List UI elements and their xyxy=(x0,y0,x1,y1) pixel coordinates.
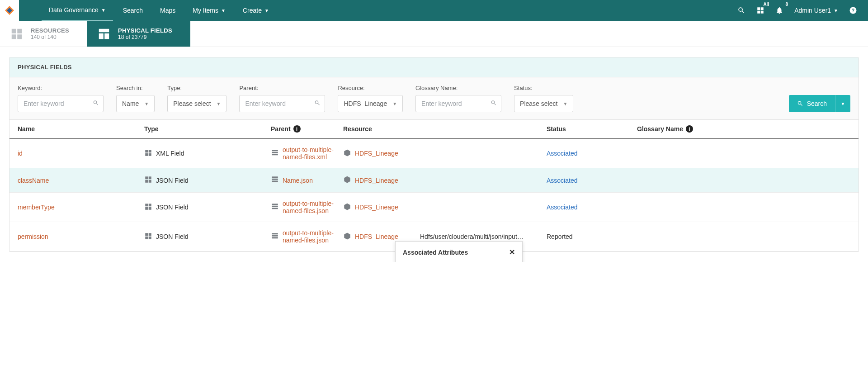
nav-search[interactable]: Search xyxy=(116,0,150,21)
keyword-input[interactable] xyxy=(18,95,104,112)
resources-icon xyxy=(9,26,24,42)
fields-icon xyxy=(96,26,112,42)
chevron-down-icon: ▼ xyxy=(221,8,226,13)
svg-rect-18 xyxy=(149,180,151,183)
parent-input[interactable] xyxy=(239,95,325,112)
svg-rect-17 xyxy=(145,180,148,183)
nav-create[interactable]: Create▼ xyxy=(236,0,276,21)
nav-maps[interactable]: Maps xyxy=(153,0,183,21)
tab-resources-title: RESOURCES xyxy=(31,27,69,34)
svg-rect-22 xyxy=(149,207,151,209)
svg-text:?: ? xyxy=(852,8,854,13)
col-status[interactable]: Status xyxy=(547,125,637,133)
row-resource[interactable]: HDFS_Lineage xyxy=(355,204,398,211)
tab-bar: RESOURCES 140 of 140 PHYSICAL FIELDS 18 … xyxy=(0,21,868,47)
col-glossary[interactable]: Glossary Namei xyxy=(637,125,850,133)
col-parent[interactable]: Parenti xyxy=(271,125,343,133)
user-menu[interactable]: Admin User1▼ xyxy=(794,7,838,14)
svg-rect-13 xyxy=(145,153,148,156)
row-type: JSON Field xyxy=(156,204,189,211)
row-parent[interactable]: output-to-multiple-named-files.xml xyxy=(283,146,343,161)
col-resource[interactable]: Resource xyxy=(343,125,420,133)
svg-rect-10 xyxy=(104,33,109,39)
row-parent[interactable]: output-to-multiple-named-files.json xyxy=(283,229,343,244)
parent-icon xyxy=(271,176,279,185)
panel-title: PHYSICAL FIELDS xyxy=(9,57,859,77)
bell-icon[interactable]: 8 xyxy=(775,6,783,14)
row-resource[interactable]: HDFS_Lineage xyxy=(355,150,398,157)
filter-row: Keyword: Search in: Name▼ Type: Please s… xyxy=(9,77,859,120)
tab-physical-fields[interactable]: PHYSICAL FIELDS 18 of 23779 xyxy=(87,21,190,47)
row-name[interactable]: className xyxy=(18,177,49,184)
svg-rect-25 xyxy=(145,236,148,239)
svg-rect-4 xyxy=(757,11,760,14)
parent-icon xyxy=(271,232,279,242)
row-name[interactable]: id xyxy=(18,150,23,157)
search-caret-button[interactable]: ▼ xyxy=(835,95,850,112)
resource-icon xyxy=(343,203,351,212)
status-select[interactable]: Please select▼ xyxy=(514,95,573,112)
row-type: JSON Field xyxy=(156,177,189,184)
search-icon xyxy=(314,100,321,108)
row-resource[interactable]: HDFS_Lineage xyxy=(355,177,398,184)
chevron-down-icon: ▼ xyxy=(392,101,397,106)
grid-icon[interactable]: All xyxy=(756,6,764,14)
row-parent[interactable]: Name.json xyxy=(283,177,313,184)
info-icon: i xyxy=(293,125,301,133)
badge-all: All xyxy=(763,2,769,7)
row-status[interactable]: Associated xyxy=(547,177,577,184)
tab-fields-sub: 18 of 23779 xyxy=(118,34,172,40)
resource-select[interactable]: HDFS_Lineage▼ xyxy=(338,95,403,112)
search-button[interactable]: Search xyxy=(789,95,835,112)
search-in-label: Search in: xyxy=(116,85,155,91)
chevron-down-icon: ▼ xyxy=(101,8,106,13)
row-status: Reported xyxy=(547,233,573,240)
row-name[interactable]: memberType xyxy=(18,204,55,211)
svg-rect-21 xyxy=(145,207,148,209)
keyword-label: Keyword: xyxy=(18,85,104,91)
type-icon xyxy=(144,176,152,185)
search-icon[interactable] xyxy=(737,6,745,14)
row-parent[interactable]: output-to-multiple-named-files.json xyxy=(283,200,343,214)
svg-rect-5 xyxy=(761,11,764,14)
glossary-label: Glossary Name: xyxy=(415,85,501,91)
svg-rect-2 xyxy=(757,7,760,10)
resource-icon xyxy=(343,232,351,242)
search-icon xyxy=(93,100,99,108)
table-row: id XML Field output-to-multiple-named-fi… xyxy=(9,139,859,168)
glossary-input[interactable] xyxy=(415,95,501,112)
popover-title: Associated Attributes xyxy=(403,249,468,256)
row-type: JSON Field xyxy=(156,233,189,240)
close-icon[interactable]: ✕ xyxy=(509,248,515,256)
svg-rect-23 xyxy=(145,233,148,236)
nav-data-governance[interactable]: Data Governance▼ xyxy=(42,0,113,21)
row-name[interactable]: permission xyxy=(18,233,48,240)
chevron-down-icon: ▼ xyxy=(841,101,845,106)
resource-icon xyxy=(343,176,351,185)
row-path: Hdfs/user/cloudera/multi/json/input… xyxy=(420,233,524,240)
chevron-down-icon: ▼ xyxy=(563,101,567,106)
badge-count: 8 xyxy=(786,2,788,7)
type-select[interactable]: Please select▼ xyxy=(167,95,226,112)
type-label: Type: xyxy=(167,85,226,91)
nav-my-items[interactable]: My Items▼ xyxy=(185,0,233,21)
table-row: className JSON Field Name.json HDFS_Line… xyxy=(9,168,859,193)
svg-rect-8 xyxy=(99,28,109,32)
col-path[interactable] xyxy=(420,125,547,133)
row-resource[interactable]: HDFS_Lineage xyxy=(355,233,398,240)
tab-resources[interactable]: RESOURCES 140 of 140 xyxy=(0,21,87,47)
col-name[interactable]: Name xyxy=(18,125,144,133)
parent-label: Parent: xyxy=(239,85,325,91)
nav-right: All 8 Admin User1▼ ? xyxy=(737,6,868,14)
row-type: XML Field xyxy=(156,150,184,157)
logo[interactable] xyxy=(0,0,19,21)
col-type[interactable]: Type xyxy=(144,125,271,133)
svg-rect-16 xyxy=(149,176,151,179)
help-icon[interactable]: ? xyxy=(849,6,857,14)
row-status[interactable]: Associated xyxy=(547,204,577,211)
chevron-down-icon: ▼ xyxy=(144,101,149,106)
svg-rect-19 xyxy=(145,204,148,206)
row-status[interactable]: Associated xyxy=(547,150,577,157)
search-in-select[interactable]: Name▼ xyxy=(116,95,155,112)
table-row: memberType JSON Field output-to-multiple… xyxy=(9,193,859,222)
